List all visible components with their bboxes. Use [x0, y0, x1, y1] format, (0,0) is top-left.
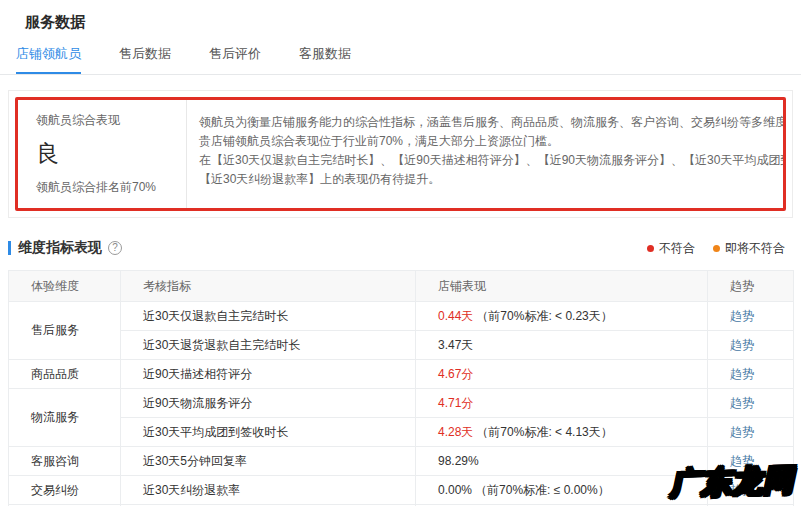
trend-link[interactable]: 趋势	[730, 425, 754, 439]
dimension-cell: 客服咨询	[9, 447, 121, 476]
trend-cell: 趋势	[708, 418, 794, 447]
standard-note: （前70%标准: < 0.23天）	[476, 309, 612, 323]
trend-cell: 趋势	[708, 360, 794, 389]
metric-cell: 近30天平均成团到签收时长	[121, 418, 416, 447]
table-row: 物流服务近90天物流服务评分4.71分趋势	[9, 389, 794, 418]
table-row: 商品品质近90天描述相符评分4.67分趋势	[9, 360, 794, 389]
status-legend: 不符合即将不符合	[647, 240, 785, 257]
metric-cell: 近90天描述相符评分	[121, 360, 416, 389]
performance-value: 4.71分	[438, 396, 473, 410]
summary-grade-panel: 领航员综合表现 良 领航员综合排名前70%	[18, 100, 186, 208]
page-title: 服务数据	[0, 0, 801, 32]
trend-cell: 趋势	[708, 331, 794, 360]
metric-cell: 近30天仅退款自主完结时长	[121, 302, 416, 331]
tab-customer-service-data[interactable]: 客服数据	[299, 45, 351, 74]
trend-link[interactable]: 趋势	[730, 367, 754, 381]
rank-text: 领航员综合排名前70%	[36, 179, 186, 196]
dimension-cell: 物流服务	[9, 389, 121, 447]
performance-value: 0.00%	[438, 483, 472, 497]
trend-link[interactable]: 趋势	[730, 338, 754, 352]
dimension-cell: 商品品质	[9, 360, 121, 389]
legend-label: 不符合	[659, 240, 695, 257]
header-metric: 考核指标	[121, 271, 416, 302]
dimension-cell: 售后服务	[9, 302, 121, 360]
legend-item: 即将不符合	[713, 240, 785, 257]
metric-cell: 近30天纠纷退款率	[121, 476, 416, 505]
tab-aftersale-data[interactable]: 售后数据	[119, 45, 171, 74]
dimension-cell: 交易纠纷	[9, 476, 121, 505]
performance-cell: 4.28天（前70%标准: < 4.13天）	[416, 418, 708, 447]
performance-value: 3.47天	[438, 338, 473, 352]
metric-cell: 近30天退货退款自主完结时长	[121, 331, 416, 360]
table-row: 售后服务近30天仅退款自主完结时长0.44天（前70%标准: < 0.23天）趋…	[9, 302, 794, 331]
table-row: 近30天平均成团到签收时长4.28天（前70%标准: < 4.13天）趋势	[9, 418, 794, 447]
standard-note: （前70%标准: < 4.13天）	[476, 425, 612, 439]
summary-desc-line: 领航员为衡量店铺服务能力的综合性指标，涵盖售后服务、商品品质、物流服务、客户咨询…	[199, 113, 769, 132]
performance-value: 4.28天	[438, 425, 473, 439]
table-header-row: 体验维度 考核指标 店铺表现 趋势	[9, 271, 794, 302]
legend-dot	[713, 245, 720, 252]
section-title: 维度指标表现	[18, 239, 102, 257]
performance-value: 0.44天	[438, 309, 473, 323]
performance-cell: 3.47天	[416, 331, 708, 360]
legend-item: 不符合	[647, 240, 695, 257]
table-row: 交易纠纷近30天纠纷退款率0.00%（前70%标准: ≤ 0.00%）趋势	[9, 476, 794, 505]
summary-card-outer: 领航员综合表现 良 领航员综合排名前70% 领航员为衡量店铺服务能力的综合性指标…	[8, 90, 793, 218]
tab-aftersale-review[interactable]: 售后评价	[209, 45, 261, 74]
legend-label: 即将不符合	[725, 240, 785, 257]
performance-cell: 98.29%	[416, 447, 708, 476]
summary-desc-line: 在【近30天仅退款自主完结时长】、【近90天描述相符评分】、【近90天物流服务评…	[199, 151, 769, 170]
trend-link[interactable]: 趋势	[730, 483, 754, 497]
grade-value: 良	[36, 138, 186, 169]
performance-cell: 0.44天（前70%标准: < 0.23天）	[416, 302, 708, 331]
header-performance: 店铺表现	[416, 271, 708, 302]
performance-value: 98.29%	[438, 454, 479, 468]
summary-desc-line: 贵店铺领航员综合表现位于行业前70%，满足大部分上资源位门槛。	[199, 132, 769, 151]
standard-note: （前70%标准: ≤ 0.00%）	[475, 483, 610, 497]
performance-value: 4.67分	[438, 367, 473, 381]
metric-cell: 近30天5分钟回复率	[121, 447, 416, 476]
summary-description: 领航员为衡量店铺服务能力的综合性指标，涵盖售后服务、商品品质、物流服务、客户咨询…	[186, 100, 783, 208]
header-dimension: 体验维度	[9, 271, 121, 302]
trend-link[interactable]: 趋势	[730, 396, 754, 410]
tab-store-navigator[interactable]: 店铺领航员	[16, 45, 81, 74]
tab-bar: 店铺领航员 售后数据 售后评价 客服数据	[0, 45, 801, 75]
section-accent-bar	[8, 241, 11, 255]
trend-cell: 趋势	[708, 476, 794, 505]
header-trend: 趋势	[708, 271, 794, 302]
legend-dot	[647, 245, 654, 252]
summary-desc-line: 【近30天纠纷退款率】上的表现仍有待提升。	[199, 170, 769, 189]
navigator-summary-card: 领航员综合表现 良 领航员综合排名前70% 领航员为衡量店铺服务能力的综合性指标…	[15, 97, 786, 211]
performance-cell: 4.67分	[416, 360, 708, 389]
performance-cell: 4.71分	[416, 389, 708, 418]
section-header: 维度指标表现 ? 不符合即将不符合	[8, 239, 785, 257]
table-row: 近30天退货退款自主完结时长3.47天趋势	[9, 331, 794, 360]
trend-cell: 趋势	[708, 389, 794, 418]
trend-cell: 趋势	[708, 302, 794, 331]
metric-cell: 近90天物流服务评分	[121, 389, 416, 418]
trend-cell: 趋势	[708, 447, 794, 476]
trend-link[interactable]: 趋势	[730, 454, 754, 468]
metrics-table: 体验维度 考核指标 店铺表现 趋势 售后服务近30天仅退款自主完结时长0.44天…	[8, 270, 794, 506]
trend-link[interactable]: 趋势	[730, 309, 754, 323]
help-icon[interactable]: ?	[108, 241, 122, 255]
performance-cell: 0.00%（前70%标准: ≤ 0.00%）	[416, 476, 708, 505]
table-row: 客服咨询近30天5分钟回复率98.29%趋势	[9, 447, 794, 476]
summary-label: 领航员综合表现	[36, 112, 186, 129]
